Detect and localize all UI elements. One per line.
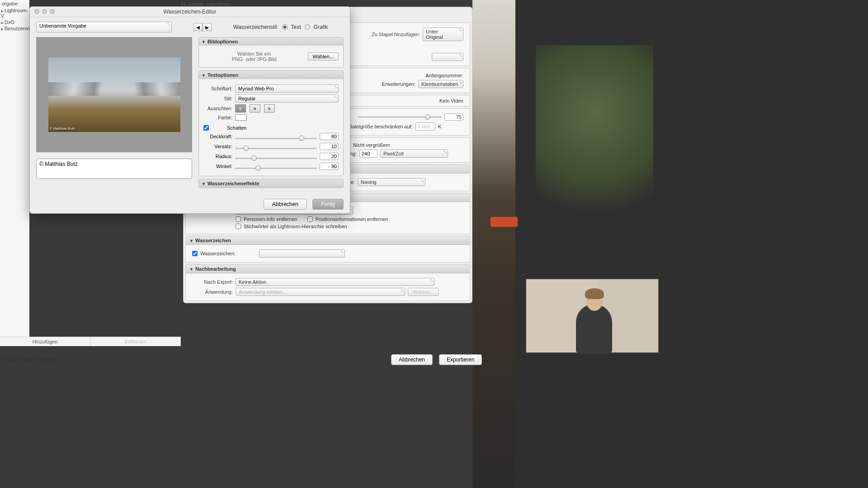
startnum-label: Anfangsnummer: <box>425 73 463 78</box>
radius-slider[interactable] <box>235 152 317 160</box>
opacity-label: Deckkraft: <box>203 134 232 139</box>
prev-image-button[interactable]: ◀ <box>193 23 203 31</box>
shadow-checkbox[interactable] <box>203 125 209 131</box>
watermark-section-head[interactable]: ▼Wasserzeichen <box>186 236 470 245</box>
style-graphic-radio[interactable] <box>305 24 310 30</box>
no-enlarge-label: Nicht vergrößern <box>353 142 390 148</box>
watermark-label: Wasserzeichen: <box>200 251 236 256</box>
angle-value[interactable]: - 90 <box>320 163 339 170</box>
extensions-label: Erweiterungen: <box>382 81 415 87</box>
resolution-unit-dropdown[interactable]: Pixel/Zoll <box>380 150 448 158</box>
preset-sidebar: orgabe: Lightroom-V DxO Benutzervor <box>0 0 29 343</box>
align-left-button[interactable]: ≡ <box>235 104 246 113</box>
after-export-label: Nach Export: <box>192 279 233 285</box>
align-right-button[interactable]: ≡ <box>264 104 275 113</box>
watermark-editor-title: Wasserzeichen-Editor <box>30 7 350 17</box>
color-label: Farbe: <box>203 115 232 120</box>
webcam-overlay <box>526 279 659 353</box>
sidebar-label: orgabe: <box>0 0 29 7</box>
add-preset-button[interactable]: Hinzufügen <box>0 337 90 346</box>
watermark-checkbox[interactable] <box>192 251 198 256</box>
naming-dropdown[interactable] <box>432 53 463 61</box>
keywords-hier-checkbox[interactable] <box>236 224 241 229</box>
watermark-preset-dropdown[interactable]: Unbenannte Vorgabe <box>36 22 172 33</box>
filesize-label: Dateigröße beschränken auf: <box>349 124 413 129</box>
application-label: Anwendung: <box>192 289 233 295</box>
align-center-button[interactable]: ≡ <box>250 104 260 113</box>
color-swatch[interactable] <box>235 114 247 121</box>
filesize-input[interactable] <box>415 122 435 131</box>
quality-value[interactable]: 75 <box>444 113 463 121</box>
watermark-effects-head[interactable]: ▼Wasserzeicheneffekte <box>199 179 343 188</box>
quality-slider[interactable] <box>358 116 442 118</box>
shadow-label: Schatten <box>227 125 246 131</box>
angle-slider[interactable] <box>235 162 317 170</box>
remove-person-checkbox[interactable] <box>236 216 241 222</box>
keywords-hier-label: Stichwörter als Lightroom-Hierarchie sch… <box>244 224 347 229</box>
watermark-editor-modal: Wasserzeichen-Editor Unbenannte Vorgabe … <box>29 6 350 214</box>
sidebar-item-user[interactable]: Benutzervor <box>0 25 29 32</box>
strength-dropdown[interactable]: Niedrig <box>358 178 425 186</box>
triangle-down-icon: ▼ <box>202 73 206 78</box>
next-image-button[interactable]: ▶ <box>203 23 212 31</box>
font-dropdown[interactable]: Myriad Web Pro <box>235 84 339 93</box>
offset-label: Versatz: <box>203 144 232 149</box>
style-text-label: Text <box>291 24 301 30</box>
image-hint-line2: PNG- oder JPG-Bild <box>203 56 305 62</box>
sidebar-item-lightroom[interactable]: Lightroom-V <box>0 7 29 19</box>
watermark-text-input[interactable] <box>36 159 192 179</box>
radius-value[interactable]: 20 <box>320 153 339 160</box>
addon-manager-link[interactable]: Zusatzmodul-Manager... <box>1 356 59 362</box>
postprocess-section-head[interactable]: ▼Nachbearbeitung <box>186 265 470 273</box>
watermark-overlay-text: © Matthias Butz <box>50 127 75 131</box>
opacity-value[interactable]: 80 <box>320 133 339 140</box>
image-options-head[interactable]: ▼Bildoptionen <box>199 38 343 46</box>
remove-position-checkbox[interactable] <box>307 216 313 222</box>
radius-label: Radius: <box>203 154 232 159</box>
triangle-down-icon: ▼ <box>202 182 206 186</box>
angle-label: Winkel: <box>203 164 232 169</box>
remove-person-label: Personen-Info entfernen <box>244 216 297 222</box>
export-cancel-button[interactable]: Abbrechen <box>391 354 433 365</box>
triangle-down-icon: ▼ <box>189 239 193 243</box>
triangle-down-icon: ▼ <box>189 267 193 272</box>
font-label: Schriftart: <box>203 86 232 91</box>
watermark-done-button[interactable]: Fertig <box>312 199 344 210</box>
stack-label: Zu Stapel hinzufügen: <box>372 32 420 37</box>
watermark-preview: © Matthias Butz <box>36 37 192 152</box>
filesize-unit: K <box>438 124 441 129</box>
background-photo <box>472 0 868 488</box>
align-label: Ausrichten: <box>203 106 232 111</box>
image-hint-line1: Wählen Sie ein <box>203 51 305 56</box>
after-export-dropdown[interactable]: Keine Aktion <box>236 278 434 286</box>
opacity-slider[interactable] <box>235 132 317 141</box>
preset-bottom-bar: Hinzufügen Entfernen <box>0 337 181 346</box>
resolution-input[interactable] <box>359 150 377 158</box>
remove-position-label: Positionsinformationen entfernen <box>316 216 388 222</box>
watermark-cancel-button[interactable]: Abbrechen <box>264 199 307 210</box>
style-graphic-label: Grafik <box>314 24 328 30</box>
style-text-radio[interactable] <box>282 24 288 30</box>
fontstyle-dropdown[interactable]: Regular <box>235 94 339 103</box>
application-dropdown[interactable]: Anwendung wählen... <box>236 288 405 296</box>
fontstyle-label: Stil: <box>203 96 232 101</box>
triangle-down-icon: ▼ <box>202 40 206 44</box>
watermark-style-label: Wasserzeichenstil: <box>233 24 278 30</box>
no-video-label: Kein Video <box>439 98 463 103</box>
choose-app-button[interactable]: Wählen... <box>408 288 439 296</box>
watermark-dropdown[interactable] <box>259 249 345 258</box>
export-button[interactable]: Exportieren <box>439 354 482 365</box>
offset-slider[interactable] <box>235 142 317 150</box>
window-traffic-lights[interactable] <box>34 9 55 14</box>
stack-dropdown[interactable]: Unter Original <box>423 28 463 41</box>
extensions-dropdown[interactable]: Kleinbuchstaben <box>418 80 463 88</box>
choose-image-button[interactable]: Wählen... <box>308 52 339 61</box>
sidebar-item-dxo[interactable]: DxO <box>0 19 29 25</box>
remove-preset-button: Entfernen <box>90 337 181 346</box>
offset-value[interactable]: 10 <box>320 143 339 150</box>
text-options-head[interactable]: ▼Textoptionen <box>199 71 343 79</box>
